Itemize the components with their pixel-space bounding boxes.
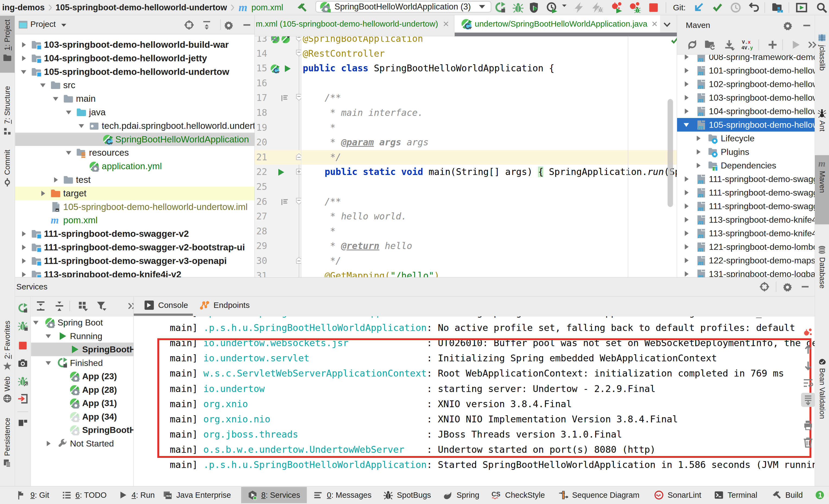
breadcrumb-item[interactable]: pom.xml — [251, 3, 283, 12]
mvn-versions-button[interactable]: V.x4V.y — [742, 39, 753, 50]
profiler-button[interactable] — [546, 2, 558, 13]
project-structure-button[interactable] — [771, 2, 784, 13]
stripe-button-commit[interactable]: Commit — [0, 146, 15, 187]
stop-button[interactable] — [17, 340, 28, 351]
play-grey-button[interactable] — [790, 39, 801, 50]
maven-tree-row[interactable]: m105-springboot-demo-helloworld — [677, 118, 815, 132]
gutter-leaf-caret[interactable] — [281, 36, 291, 44]
status-item-terminal[interactable]: Terminal — [714, 487, 757, 503]
minus-button[interactable] — [242, 20, 252, 30]
scroll-end-button[interactable] — [803, 394, 814, 405]
project-tree-row[interactable]: java — [15, 106, 254, 119]
console-output[interactable]: main] .p.s.h.u.SpringBootHelloWorldAppli… — [134, 316, 815, 486]
maven-tree-row[interactable]: m111-springboot-demo-swagger-v2 — [677, 172, 815, 186]
services-tree-row[interactable]: App (34) — [31, 410, 134, 424]
search-everywhere-button[interactable] — [816, 2, 827, 13]
maven-tree-row[interactable]: m101-springboot-demo-helloworld — [677, 64, 815, 77]
fold-end[interactable] — [296, 153, 301, 160]
rerun-button[interactable] — [495, 2, 506, 13]
services-tree-row[interactable]: SpringBootHelloWorldApplication — [31, 423, 134, 437]
gear-button[interactable] — [225, 20, 235, 30]
project-tree-row[interactable]: test — [15, 173, 254, 187]
status-item-6-todo[interactable]: 6: TODO — [62, 487, 107, 503]
rollback-button[interactable] — [748, 2, 760, 13]
vcs-update-button[interactable] — [693, 2, 705, 13]
status-item-0-messages[interactable]: 0: Messages — [313, 487, 371, 503]
rerun-button[interactable] — [17, 303, 28, 313]
tab-endpoints[interactable]: Endpoints — [193, 296, 263, 314]
layout-button[interactable] — [17, 418, 28, 428]
status-item-ev[interactable]: 1Ev — [815, 487, 829, 503]
run-anything-button[interactable] — [796, 2, 807, 13]
lightning-button[interactable] — [573, 2, 585, 13]
exit-door-button[interactable] — [17, 394, 28, 404]
maven-tree-row[interactable]: m102-springboot-demo-helloworld — [677, 77, 815, 91]
status-item-sonarlint[interactable]: SonarLint — [654, 487, 701, 503]
status-item-sequence-diagram[interactable]: Sequence Diagram — [558, 487, 639, 503]
project-tree-row[interactable]: 111-springboot-demo-swagger-v2 — [15, 227, 254, 241]
maven-tree-row[interactable]: m121-springboot-demo-lombok — [677, 240, 815, 254]
breadcrumb-item[interactable]: ing-demos — [2, 3, 45, 12]
minus-button[interactable] — [800, 282, 810, 292]
project-tree-row[interactable]: 105-springboot-demo-helloworld-undertow — [15, 65, 254, 79]
arrow-up-button[interactable] — [803, 344, 814, 355]
services-tree-row[interactable]: Spring Boot — [31, 316, 134, 329]
tab-console[interactable]: Console — [134, 296, 193, 314]
chevrons-right-button[interactable] — [806, 39, 818, 50]
stripe-button-persistence[interactable]: Persistence — [0, 414, 15, 495]
locate-button[interactable] — [184, 20, 194, 30]
stripe-button-2-favorites[interactable]: 2: Favorites — [0, 317, 15, 362]
fold-minus[interactable] — [296, 198, 301, 205]
mvn-refresh-button[interactable] — [687, 39, 698, 50]
soft-wrap-button[interactable] — [803, 377, 814, 389]
project-tree-row[interactable]: mpom.xml — [15, 214, 254, 227]
status-item-spring[interactable]: Spring — [443, 487, 479, 503]
project-tree-row[interactable]: 113-springboot-demo-knife4j-v2 — [15, 268, 254, 277]
status-item-spotbugs[interactable]: SpotBugs — [383, 487, 431, 503]
project-tree-row[interactable]: main — [15, 92, 254, 106]
maven-tree-row[interactable]: Dependencies — [677, 159, 815, 172]
stripe-button-ant[interactable]: Ant — [815, 105, 829, 145]
minus-button[interactable] — [802, 21, 812, 30]
services-panel-title[interactable]: Services — [16, 282, 47, 291]
gutter-doclist[interactable] — [280, 197, 289, 207]
maven-tree-row[interactable]: m122-springboot-demo-mapstruct — [677, 254, 815, 267]
gutter-play[interactable] — [276, 167, 286, 177]
services-tree-row[interactable]: App (28) — [31, 383, 134, 397]
gutter-doclist[interactable] — [280, 93, 289, 103]
locate-button[interactable] — [760, 282, 769, 292]
fold-minus[interactable] — [296, 94, 301, 101]
fold-minus[interactable] — [296, 50, 301, 57]
fold-minus[interactable] — [296, 36, 301, 42]
status-item-9-git[interactable]: 9: Git — [17, 487, 49, 503]
editor-scrollbar[interactable] — [668, 99, 673, 207]
project-tree-row[interactable]: 105-springboot-demo-helloworld-undertow.… — [15, 200, 254, 214]
debug-square-button[interactable] — [17, 321, 28, 331]
gutter-play[interactable] — [282, 64, 292, 73]
maven-tree-row[interactable]: m104-springboot-demo-helloworld — [677, 104, 815, 118]
history-button[interactable] — [730, 2, 742, 13]
maven-tree-row[interactable]: m111-springboot-demo-swagger-v3-openapi — [677, 200, 815, 213]
stop-button[interactable] — [648, 2, 659, 13]
services-tree-row[interactable]: Finished — [31, 356, 134, 370]
collapse-all-button[interactable] — [54, 300, 65, 312]
maven-tree-row[interactable]: m111-springboot-demo-swagger-v2-bootstra… — [677, 186, 815, 200]
project-tree-row[interactable]: 111-springboot-demo-swagger-v3-openapi — [15, 254, 254, 268]
profiler-caret-button[interactable] — [561, 2, 569, 13]
project-tree-row[interactable]: target — [15, 187, 254, 200]
mvn-download-button[interactable] — [723, 39, 735, 50]
group-by-button[interactable] — [78, 300, 88, 312]
services-tree-row[interactable]: Not Started — [31, 437, 134, 450]
gear-button[interactable] — [784, 282, 793, 292]
status-item-checkstyle[interactable]: CSCheckStyle — [492, 487, 545, 503]
project-tree-row[interactable]: application.yml — [15, 159, 254, 173]
editor-tab[interactable]: m.xml (105-springboot-demo-helloworld-un… — [255, 15, 454, 33]
project-tree-row[interactable]: 104-springboot-demo-helloworld-jetty — [15, 51, 254, 65]
arrow-down-button[interactable] — [803, 360, 814, 371]
project-panel-title[interactable]: Project — [30, 20, 56, 29]
stripe-button-web[interactable]: Web — [0, 373, 15, 405]
lightning-bug-button[interactable] — [592, 2, 603, 13]
project-tree-row[interactable]: SpringBootHelloWorldApplication — [15, 133, 254, 146]
mvn-folder-sync-button[interactable] — [704, 39, 716, 50]
editor-tab-active[interactable]: undertow/SpringBootHelloWorldApplication… — [455, 15, 660, 33]
